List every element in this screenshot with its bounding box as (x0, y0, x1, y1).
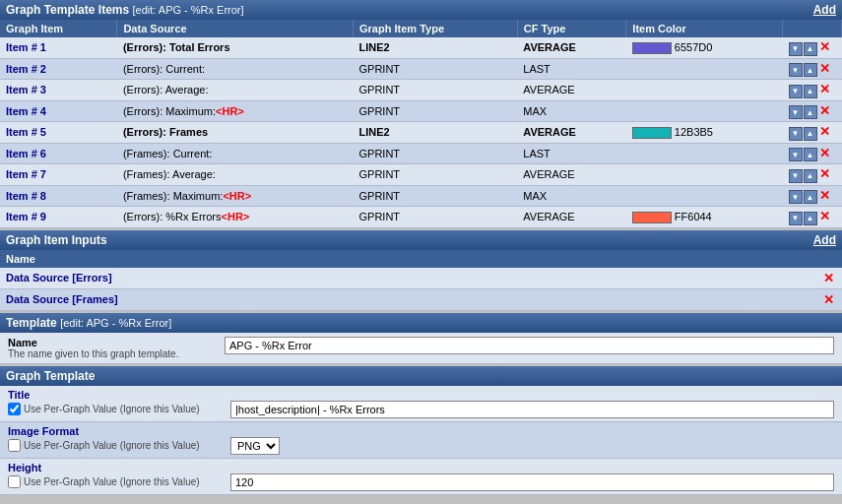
gt-field-input[interactable] (230, 401, 834, 418)
graph-template-field-row: HeightUse Per-Graph Value (Ignore this V… (0, 459, 842, 495)
item-link[interactable]: Item # 2 (6, 63, 46, 75)
color-swatch[interactable] (632, 212, 672, 223)
hr-link[interactable]: <HR> (222, 211, 250, 222)
move-down-button[interactable]: ▼ (789, 42, 803, 56)
delete-item-button[interactable]: ✕ (817, 124, 832, 139)
delete-item-button[interactable]: ✕ (817, 61, 832, 76)
table-header-row: Graph Item Data Source Graph Item Type C… (0, 20, 842, 37)
graph-item-type-cell: GPRINT (354, 185, 518, 207)
color-label: FF6044 (675, 211, 712, 222)
input-name-cell: Data Source [Frames] (0, 288, 815, 310)
template-title: Template [edit: APG - %Rx Error] (6, 316, 171, 330)
arrow-buttons: ▼▲ (789, 42, 817, 56)
move-down-button[interactable]: ▼ (789, 63, 803, 77)
move-down-button[interactable]: ▼ (789, 212, 803, 225)
input-name-link[interactable]: Data Source [Errors] (6, 272, 112, 284)
move-up-button[interactable]: ▲ (804, 105, 817, 119)
graph-template-items-add-button[interactable]: Add (813, 3, 836, 17)
move-down-button[interactable]: ▼ (789, 127, 803, 141)
table-row: Item # 9(Errors): %Rx Errors<HR>GPRINTAV… (0, 207, 842, 228)
graph-items-table: Graph Item Data Source Graph Item Type C… (0, 20, 842, 228)
move-down-button[interactable]: ▼ (789, 105, 803, 119)
data-source-prefix: (Errors): %Rx Errors (123, 211, 222, 222)
item-link[interactable]: Item # 4 (6, 105, 46, 117)
data-source-text: (Errors): Total Errors (123, 41, 230, 53)
graph-template-field-row: TitleUse Per-Graph Value (Ignore this Va… (0, 386, 842, 422)
graph-item-inputs-header: Graph Item Inputs Add (0, 230, 842, 250)
move-up-button[interactable]: ▲ (804, 212, 817, 225)
color-swatch[interactable] (632, 42, 672, 54)
color-swatch[interactable] (632, 127, 672, 139)
actions-cell: ▼▲✕ (783, 185, 842, 207)
move-up-button[interactable]: ▲ (804, 169, 817, 183)
move-up-button[interactable]: ▲ (804, 63, 817, 77)
delete-item-button[interactable]: ✕ (817, 188, 832, 203)
gt-field-select[interactable]: PNGGIFSVG (230, 437, 280, 455)
move-down-button[interactable]: ▼ (789, 169, 803, 183)
graph-item-type-cell: GPRINT (354, 80, 518, 101)
item-link[interactable]: Item # 5 (6, 126, 46, 138)
template-name-label: Name (8, 337, 225, 348)
template-name-input[interactable] (225, 337, 834, 354)
delete-item-button[interactable]: ✕ (817, 39, 832, 54)
gt-field-check-label: Use Per-Graph Value (Ignore this Value) (24, 404, 200, 414)
move-down-button[interactable]: ▼ (789, 148, 803, 161)
move-up-button[interactable]: ▲ (804, 148, 817, 161)
actions-cell: ▼▲✕ (783, 122, 842, 144)
item-link[interactable]: Item # 3 (6, 84, 46, 95)
cf-type-cell: MAX (517, 185, 626, 207)
col-item-color: Item Color (626, 20, 783, 37)
gt-field-checkbox[interactable] (8, 403, 21, 415)
graph-template-body: TitleUse Per-Graph Value (Ignore this Va… (0, 386, 842, 495)
gt-field-checkbox[interactable] (8, 475, 21, 488)
item-color-cell (626, 58, 783, 80)
item-link[interactable]: Item # 8 (6, 190, 46, 202)
item-link[interactable]: Item # 1 (6, 41, 46, 53)
table-row: Item # 5(Errors): FramesLINE2AVERAGE12B3… (0, 122, 842, 144)
gt-field-check-label: Use Per-Graph Value (Ignore this Value) (24, 440, 200, 451)
cf-type-cell: LAST (517, 143, 626, 164)
hr-link[interactable]: <HR> (223, 190, 251, 202)
delete-item-button[interactable]: ✕ (817, 209, 832, 223)
template-body: Name The name given to this graph templa… (0, 333, 842, 364)
gt-field-check-row: Use Per-Graph Value (Ignore this Value) (8, 439, 225, 452)
delete-item-button[interactable]: ✕ (817, 166, 832, 181)
data-source-text: (Frames): Average: (123, 168, 216, 180)
delete-item-button[interactable]: ✕ (817, 146, 832, 160)
graph-item-type-cell: GPRINT (354, 164, 518, 186)
graph-item-inputs-add-button[interactable]: Add (813, 233, 836, 247)
data-source-text: (Errors): Frames (123, 126, 208, 138)
move-up-button[interactable]: ▲ (804, 42, 817, 56)
item-link[interactable]: Item # 6 (6, 148, 46, 159)
data-source-prefix: (Frames): Maximum: (123, 190, 223, 202)
input-name-link[interactable]: Data Source [Frames] (6, 293, 118, 305)
template-name-row: Name The name given to this graph templa… (0, 333, 842, 364)
delete-input-button[interactable]: ✕ (821, 292, 836, 307)
delete-item-button[interactable]: ✕ (817, 103, 832, 118)
delete-item-button[interactable]: ✕ (817, 82, 832, 96)
cf-type-cell: MAX (517, 100, 626, 122)
item-link[interactable]: Item # 7 (6, 168, 46, 180)
arrow-buttons: ▼▲ (789, 105, 817, 119)
move-up-button[interactable]: ▲ (804, 127, 817, 141)
move-down-button[interactable]: ▼ (789, 85, 803, 98)
graph-item-type-cell: GPRINT (354, 143, 518, 164)
gt-field-input[interactable] (230, 473, 834, 491)
cf-type-cell: AVERAGE (517, 122, 626, 144)
move-up-button[interactable]: ▲ (804, 190, 817, 204)
cf-type-cell: AVERAGE (517, 207, 626, 228)
delete-input-button[interactable]: ✕ (821, 271, 836, 285)
graph-item-type-cell: LINE2 (354, 37, 518, 58)
item-link[interactable]: Item # 9 (6, 211, 46, 222)
graph-template-items-title: Graph Template Items [edit: APG - %Rx Er… (6, 3, 244, 17)
hr-link[interactable]: <HR> (216, 105, 244, 117)
move-down-button[interactable]: ▼ (789, 190, 803, 204)
table-row: Item # 3(Errors): Average:GPRINTAVERAGE▼… (0, 80, 842, 101)
move-up-button[interactable]: ▲ (804, 85, 817, 98)
gt-field-inner: Use Per-Graph Value (Ignore this Value) (8, 473, 834, 491)
actions-cell: ▼▲✕ (783, 143, 842, 164)
template-name-desc: The name given to this graph template. (8, 348, 225, 359)
gt-field-checkbox[interactable] (8, 439, 21, 452)
inputs-col-actions (815, 250, 842, 268)
graph-template-field-row: Image FormatUse Per-Graph Value (Ignore … (0, 422, 842, 459)
